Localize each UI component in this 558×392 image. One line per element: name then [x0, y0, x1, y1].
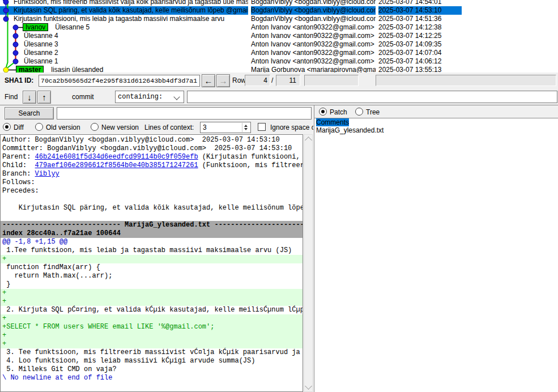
diff-line: Kirjutasin SQL päring, et valida kõik ka…: [1, 204, 303, 212]
status-field-1: [304, 75, 359, 86]
commit-subject: Ülesanne 4: [24, 32, 58, 40]
commit-row[interactable]: Kirjutasin SQL päring, et valida kõik ka…: [0, 6, 558, 15]
stepper-up-icon: [244, 125, 248, 127]
file-list-item[interactable]: MarijaG_ylesanded.txt: [314, 126, 558, 134]
diff-line: Author: BogdanViblyy <bogdan.viblyy@iclo…: [1, 136, 303, 144]
commit-row[interactable]: IvanovÜlesanne 5Anton Ivanov <anton90322…: [0, 23, 558, 32]
diff-line: index 28cc40a..f7a21ae 100644: [1, 229, 303, 238]
commit-link[interactable]: 46b241e6081f5d34d6eedfcd99114b0c9f059efb: [35, 153, 198, 161]
find-bar: Find ↓ ↑ commit containing:: [0, 89, 558, 105]
row-label: Row: [232, 75, 246, 86]
commit-date: 2025-03-07 14:51:36: [378, 15, 462, 23]
diff-line: 5. Milleks Git CMD on vaja?: [1, 365, 303, 374]
commit-subject-cell[interactable]: Kirjutasin SQL päring, et valida kõik ka…: [0, 6, 248, 15]
commit-row[interactable]: Ülesanne 3Anton Ivanov <anton90322@gmail…: [0, 40, 558, 49]
commit-label: commit: [72, 91, 94, 103]
diff-line: return Math.max(...arr);: [1, 272, 303, 280]
commit-link[interactable]: Viblyy: [35, 170, 59, 178]
branch-tag[interactable]: Ivanov: [23, 23, 48, 31]
commit-list[interactable]: Funktsioon, mis filtreerib massiivist vä…: [0, 0, 558, 73]
commit-subject-cell[interactable]: IvanovÜlesanne 5: [0, 23, 248, 32]
file-list-item-label: Comments: [316, 118, 349, 126]
commit-link[interactable]: 479aef106e2896612f8564b0e40b385171247261: [35, 161, 198, 169]
diff-scrollbar[interactable]: [304, 134, 313, 392]
commit-date: 2025-03-07 14:54:01: [378, 0, 462, 6]
diff-line: Branch: Viblyy: [1, 170, 303, 178]
diff-line: ----------------------------- MarijaG_yl…: [1, 221, 303, 229]
diff-line-prefix: Child:: [2, 161, 35, 169]
radio-old-icon: [35, 123, 43, 131]
file-list[interactable]: CommentsMarijaG_ylesanded.txt: [314, 118, 558, 392]
commit-subject-cell[interactable]: Ülesanne 2: [0, 49, 248, 57]
diff-line: [1, 195, 303, 204]
diff-line: \ No newline at end of file: [1, 374, 303, 382]
radio-tree[interactable]: Tree: [355, 106, 380, 118]
commit-subject: Ülesanne 3: [24, 40, 58, 48]
diff-line: function findMax(arr) {: [1, 263, 303, 272]
down-arrow-icon: ↓: [27, 92, 32, 102]
diff-line: +: [1, 314, 303, 323]
commit-date: 2025-03-07 14:07:04: [378, 49, 462, 57]
diff-line: Follows:: [1, 178, 303, 187]
history-forward-button[interactable]: →: [216, 74, 230, 87]
diff-line: Parent: 46b241e6081f5d34d6eedfcd99114b0c…: [1, 153, 303, 161]
commit-subject-cell[interactable]: Ülesanne 4: [0, 32, 248, 40]
commit-subject: Ülesanne 5: [55, 23, 90, 31]
find-type-dropdown[interactable]: containing:: [115, 91, 184, 103]
diff-line: 1.Tee funktsioon, mis leiab ja tagastab …: [1, 246, 303, 255]
commit-subject-cell[interactable]: Kirjutasin funktsiooni, mis leiab ja tag…: [0, 15, 248, 23]
left-arrow-icon: ←: [205, 76, 213, 86]
find-label[interactable]: Find: [5, 91, 18, 103]
lines-of-context-label: Lines of context:: [144, 122, 194, 133]
find-string-input[interactable]: [187, 91, 557, 103]
diff-line: @@ -1,8 +1,15 @@: [1, 238, 303, 246]
status-field-2: [376, 75, 556, 86]
radio-new-version[interactable]: New version: [91, 122, 139, 133]
commit-row[interactable]: Ülesanne 2Anton Ivanov <anton90322@gmail…: [0, 49, 558, 57]
diff-line: +: [1, 340, 303, 348]
diff-line: [1, 212, 303, 221]
commit-subject-cell[interactable]: Ülesanne 1: [0, 57, 248, 66]
checkbox-icon: [258, 123, 266, 131]
commit-row[interactable]: Kirjutasin funktsiooni, mis leiab ja tag…: [0, 15, 558, 23]
scroll-down-icon[interactable]: [305, 382, 312, 390]
commit-row[interactable]: Ülesanne 1Anton Ivanov <anton90322@gmail…: [0, 57, 558, 66]
radio-old-version[interactable]: Old version: [35, 122, 80, 133]
diff-line-suffix: (Kirjutasin funktsiooni, mis leiab ja ta…: [198, 153, 303, 161]
lines-of-context-stepper[interactable]: 3: [200, 122, 251, 133]
row-separator: /: [271, 75, 273, 86]
diff-line-suffix: (Funktsioon, mis filtreerib massiivist v…: [198, 161, 303, 169]
radio-tree-icon: [355, 108, 363, 116]
diff-line: 3. Tee funktsioon, mis filtreerib massii…: [1, 348, 303, 357]
search-button-label: Search: [18, 109, 40, 117]
commit-row[interactable]: Funktsioon, mis filtreerib massiivist vä…: [0, 0, 558, 6]
diff-text-view[interactable]: Author: BogdanViblyy <bogdan.viblyy@iclo…: [0, 134, 303, 392]
radio-new-icon: [91, 123, 99, 131]
commit-subject-cell[interactable]: Ülesanne 3: [0, 40, 248, 49]
stepper-arrows[interactable]: [242, 123, 250, 132]
radio-diff[interactable]: Diff: [3, 122, 24, 133]
search-button[interactable]: Search: [5, 107, 54, 120]
commit-row[interactable]: Ülesanne 4Anton Ivanov <anton90322@gmail…: [0, 32, 558, 40]
commit-author: BogdanViblyy <bogdan.viblyy@icloud.com>: [251, 6, 376, 15]
scroll-up-icon[interactable]: [305, 137, 312, 144]
commit-date: 2025-03-07 14:06:12: [378, 57, 462, 66]
commit-author: Anton Ivanov <anton90322@gmail.com>: [251, 23, 376, 32]
ignore-space-label: Ignore space change: [270, 122, 313, 133]
diff-line: Child: 479aef106e2896612f8564b0e40b38517…: [1, 161, 303, 170]
ignore-space-checkbox[interactable]: [258, 122, 266, 133]
sha1-bar: SHA1 ID: 70ca2b50565d2f4e295f831d612643b…: [0, 73, 558, 89]
find-prev-button[interactable]: ↑: [37, 91, 51, 104]
radio-patch[interactable]: Patch: [319, 106, 347, 118]
diff-line: +: [1, 331, 303, 340]
diff-line: +SELECT * FROM users WHERE email LIKE '%…: [1, 323, 303, 331]
file-list-item[interactable]: Comments: [314, 118, 558, 126]
diff-line: +: [1, 289, 303, 297]
commit-date: 2025-03-07 14:12:38: [378, 23, 462, 32]
diff-line: }: [1, 280, 303, 289]
history-back-button[interactable]: ←: [202, 74, 215, 87]
find-next-button[interactable]: ↓: [23, 91, 36, 104]
sha1-input[interactable]: 70ca2b50565d2f4e295f831d612643bb4df3d7a1: [39, 75, 200, 87]
search-input[interactable]: [57, 107, 312, 120]
commit-subject-cell[interactable]: Funktsioon, mis filtreerib massiivist vä…: [0, 0, 248, 6]
